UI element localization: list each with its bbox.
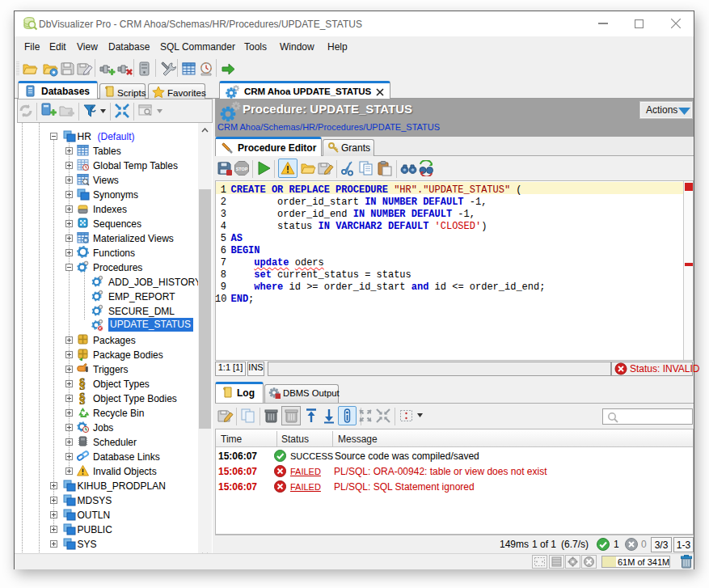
svg-text:§: § xyxy=(78,391,86,404)
svg-text:§: § xyxy=(78,377,86,390)
svg-text:STOP: STOP xyxy=(236,167,248,171)
